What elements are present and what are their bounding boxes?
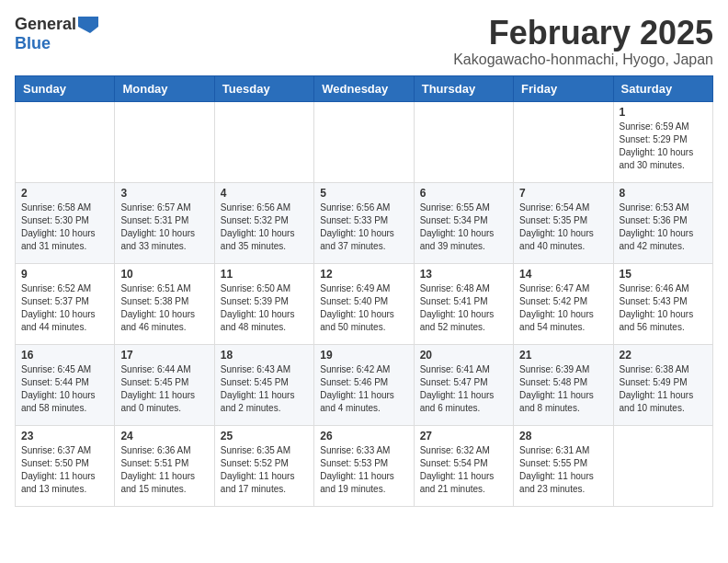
- day-info: Sunrise: 6:37 AM Sunset: 5:50 PM Dayligh…: [21, 444, 108, 496]
- day-number: 9: [21, 268, 108, 281]
- header-tuesday: Tuesday: [214, 75, 313, 101]
- table-row: 2Sunrise: 6:58 AM Sunset: 5:30 PM Daylig…: [16, 182, 115, 263]
- day-info: Sunrise: 6:58 AM Sunset: 5:30 PM Dayligh…: [21, 201, 108, 253]
- day-number: 8: [620, 187, 707, 200]
- day-number: 19: [320, 349, 407, 362]
- header-friday: Friday: [514, 75, 613, 101]
- table-row: [115, 101, 214, 182]
- week-row-0: 1Sunrise: 6:59 AM Sunset: 5:29 PM Daylig…: [16, 101, 713, 182]
- day-info: Sunrise: 6:50 AM Sunset: 5:39 PM Dayligh…: [221, 282, 308, 334]
- logo-flag-icon: [78, 17, 98, 33]
- logo-general-text: General: [15, 15, 76, 34]
- day-number: 13: [420, 268, 507, 281]
- table-row: [414, 101, 513, 182]
- day-info: Sunrise: 6:49 AM Sunset: 5:40 PM Dayligh…: [320, 282, 407, 334]
- day-info: Sunrise: 6:54 AM Sunset: 5:35 PM Dayligh…: [519, 201, 607, 253]
- table-row: 13Sunrise: 6:48 AM Sunset: 5:41 PM Dayli…: [414, 263, 513, 344]
- day-info: Sunrise: 6:57 AM Sunset: 5:31 PM Dayligh…: [120, 201, 208, 253]
- day-number: 26: [320, 430, 407, 442]
- table-row: 17Sunrise: 6:44 AM Sunset: 5:45 PM Dayli…: [115, 344, 214, 425]
- day-info: Sunrise: 6:35 AM Sunset: 5:52 PM Dayligh…: [221, 444, 308, 496]
- title-section: February 2025 Kakogawacho-honmachi, Hyog…: [453, 15, 713, 68]
- day-number: 22: [620, 349, 707, 362]
- table-row: [214, 101, 313, 182]
- table-row: 6Sunrise: 6:55 AM Sunset: 5:34 PM Daylig…: [414, 182, 513, 263]
- day-number: 28: [519, 430, 607, 442]
- day-number: 2: [21, 187, 108, 200]
- table-row: [613, 425, 712, 506]
- header-thursday: Thursday: [414, 75, 513, 101]
- day-info: Sunrise: 6:59 AM Sunset: 5:29 PM Dayligh…: [620, 121, 707, 172]
- table-row: 14Sunrise: 6:47 AM Sunset: 5:42 PM Dayli…: [514, 263, 613, 344]
- table-row: 28Sunrise: 6:31 AM Sunset: 5:55 PM Dayli…: [514, 425, 613, 506]
- day-info: Sunrise: 6:46 AM Sunset: 5:43 PM Dayligh…: [620, 282, 707, 334]
- day-info: Sunrise: 6:33 AM Sunset: 5:53 PM Dayligh…: [320, 444, 407, 496]
- header-sunday: Sunday: [16, 75, 115, 101]
- day-number: 21: [519, 349, 607, 362]
- day-number: 24: [120, 430, 208, 442]
- table-row: 7Sunrise: 6:54 AM Sunset: 5:35 PM Daylig…: [514, 182, 613, 263]
- table-row: 9Sunrise: 6:52 AM Sunset: 5:37 PM Daylig…: [16, 263, 115, 344]
- day-info: Sunrise: 6:53 AM Sunset: 5:36 PM Dayligh…: [620, 201, 707, 253]
- week-row-3: 16Sunrise: 6:45 AM Sunset: 5:44 PM Dayli…: [16, 344, 713, 425]
- header: General Blue February 2025 Kakogawacho-h…: [15, 15, 713, 68]
- calendar-table: Sunday Monday Tuesday Wednesday Thursday…: [15, 75, 713, 507]
- month-title: February 2025: [453, 15, 713, 52]
- table-row: 10Sunrise: 6:51 AM Sunset: 5:38 PM Dayli…: [115, 263, 214, 344]
- table-row: 15Sunrise: 6:46 AM Sunset: 5:43 PM Dayli…: [613, 263, 712, 344]
- day-number: 1: [620, 106, 707, 119]
- table-row: 20Sunrise: 6:41 AM Sunset: 5:47 PM Dayli…: [414, 344, 513, 425]
- day-number: 18: [221, 349, 308, 362]
- day-number: 4: [221, 187, 308, 200]
- table-row: 12Sunrise: 6:49 AM Sunset: 5:40 PM Dayli…: [314, 263, 414, 344]
- table-row: 4Sunrise: 6:56 AM Sunset: 5:32 PM Daylig…: [214, 182, 313, 263]
- table-row: 23Sunrise: 6:37 AM Sunset: 5:50 PM Dayli…: [16, 425, 115, 506]
- day-number: 3: [120, 187, 208, 200]
- day-number: 14: [519, 268, 607, 281]
- table-row: 25Sunrise: 6:35 AM Sunset: 5:52 PM Dayli…: [214, 425, 313, 506]
- day-info: Sunrise: 6:32 AM Sunset: 5:54 PM Dayligh…: [420, 444, 507, 496]
- day-number: 17: [120, 349, 208, 362]
- header-saturday: Saturday: [613, 75, 712, 101]
- table-row: 26Sunrise: 6:33 AM Sunset: 5:53 PM Dayli…: [314, 425, 414, 506]
- table-row: [314, 101, 414, 182]
- table-row: 11Sunrise: 6:50 AM Sunset: 5:39 PM Dayli…: [214, 263, 313, 344]
- week-row-4: 23Sunrise: 6:37 AM Sunset: 5:50 PM Dayli…: [16, 425, 713, 506]
- header-wednesday: Wednesday: [314, 75, 414, 101]
- table-row: 19Sunrise: 6:42 AM Sunset: 5:46 PM Dayli…: [314, 344, 414, 425]
- day-number: 11: [221, 268, 308, 281]
- table-row: 16Sunrise: 6:45 AM Sunset: 5:44 PM Dayli…: [16, 344, 115, 425]
- table-row: 3Sunrise: 6:57 AM Sunset: 5:31 PM Daylig…: [115, 182, 214, 263]
- day-number: 20: [420, 349, 507, 362]
- day-info: Sunrise: 6:42 AM Sunset: 5:46 PM Dayligh…: [320, 363, 407, 415]
- table-row: 27Sunrise: 6:32 AM Sunset: 5:54 PM Dayli…: [414, 425, 513, 506]
- day-info: Sunrise: 6:38 AM Sunset: 5:49 PM Dayligh…: [620, 363, 707, 415]
- table-row: 18Sunrise: 6:43 AM Sunset: 5:45 PM Dayli…: [214, 344, 313, 425]
- page-container: General Blue February 2025 Kakogawacho-h…: [15, 15, 713, 507]
- logo: General Blue: [15, 15, 98, 53]
- table-row: 21Sunrise: 6:39 AM Sunset: 5:48 PM Dayli…: [514, 344, 613, 425]
- table-row: 22Sunrise: 6:38 AM Sunset: 5:49 PM Dayli…: [613, 344, 712, 425]
- week-row-1: 2Sunrise: 6:58 AM Sunset: 5:30 PM Daylig…: [16, 182, 713, 263]
- day-number: 27: [420, 430, 507, 442]
- day-number: 16: [21, 349, 108, 362]
- day-info: Sunrise: 6:56 AM Sunset: 5:32 PM Dayligh…: [221, 201, 308, 253]
- day-number: 25: [221, 430, 308, 442]
- day-info: Sunrise: 6:31 AM Sunset: 5:55 PM Dayligh…: [519, 444, 607, 496]
- day-number: 7: [519, 187, 607, 200]
- day-info: Sunrise: 6:51 AM Sunset: 5:38 PM Dayligh…: [120, 282, 208, 334]
- table-row: [16, 101, 115, 182]
- svg-marker-0: [78, 17, 98, 33]
- table-row: 5Sunrise: 6:56 AM Sunset: 5:33 PM Daylig…: [314, 182, 414, 263]
- week-row-2: 9Sunrise: 6:52 AM Sunset: 5:37 PM Daylig…: [16, 263, 713, 344]
- day-info: Sunrise: 6:41 AM Sunset: 5:47 PM Dayligh…: [420, 363, 507, 415]
- table-row: 1Sunrise: 6:59 AM Sunset: 5:29 PM Daylig…: [613, 101, 712, 182]
- day-info: Sunrise: 6:55 AM Sunset: 5:34 PM Dayligh…: [420, 201, 507, 253]
- day-info: Sunrise: 6:39 AM Sunset: 5:48 PM Dayligh…: [519, 363, 607, 415]
- day-info: Sunrise: 6:52 AM Sunset: 5:37 PM Dayligh…: [21, 282, 108, 334]
- table-row: 8Sunrise: 6:53 AM Sunset: 5:36 PM Daylig…: [613, 182, 712, 263]
- day-number: 6: [420, 187, 507, 200]
- day-info: Sunrise: 6:44 AM Sunset: 5:45 PM Dayligh…: [120, 363, 208, 415]
- day-number: 23: [21, 430, 108, 442]
- day-info: Sunrise: 6:43 AM Sunset: 5:45 PM Dayligh…: [221, 363, 308, 415]
